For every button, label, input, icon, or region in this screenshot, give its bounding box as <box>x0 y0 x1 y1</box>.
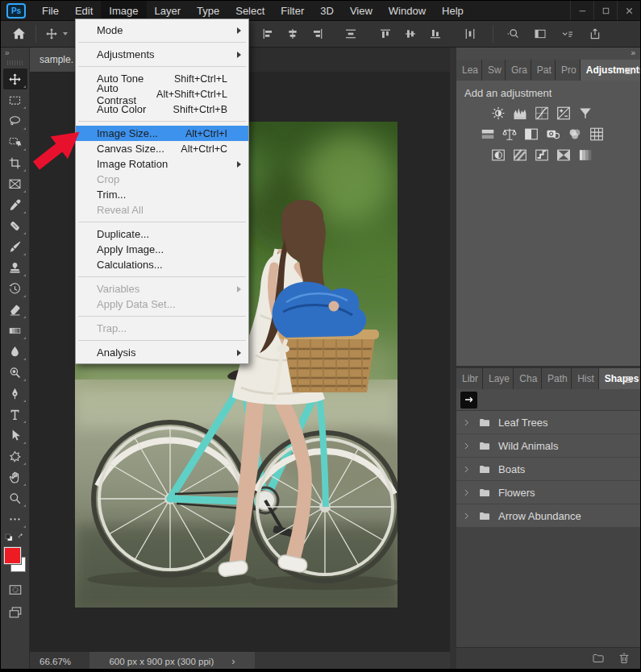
tool-button[interactable] <box>3 194 27 215</box>
shape-group-row[interactable]: Leaf Trees <box>456 411 641 434</box>
distribute-button[interactable] <box>461 25 479 43</box>
align-button[interactable] <box>284 25 302 43</box>
menu-item[interactable]: Image Rotation <box>76 156 248 172</box>
menu-item[interactable]: Apply Image... <box>76 242 248 257</box>
hue-saturation-icon[interactable] <box>480 127 496 142</box>
chevron-right-icon[interactable] <box>462 418 471 427</box>
menu-item[interactable]: Image Size... Alt+Ctrl+I <box>76 126 248 141</box>
gradient-map-icon[interactable] <box>556 147 572 163</box>
chevron-right-icon[interactable] <box>462 442 471 450</box>
home-button[interactable] <box>8 24 29 44</box>
shape-group-row[interactable]: Flowers <box>456 481 641 504</box>
options-button[interactable] <box>586 25 604 43</box>
tool-button[interactable] <box>3 383 27 404</box>
photo-filter-icon[interactable] <box>545 127 561 142</box>
active-tool-indicator[interactable] <box>43 25 60 43</box>
options-button[interactable] <box>531 25 549 43</box>
menu-item[interactable]: 3D <box>312 1 342 20</box>
tool-button[interactable] <box>3 278 27 299</box>
toolbar-grip[interactable] <box>7 60 23 65</box>
options-button[interactable] <box>559 25 576 43</box>
menu-item[interactable]: Layer <box>147 1 189 20</box>
menu-item[interactable]: Window <box>381 1 434 20</box>
tool-button[interactable] <box>3 131 27 152</box>
posterize-icon[interactable] <box>512 147 528 163</box>
align-button[interactable] <box>427 25 444 43</box>
menu-item[interactable]: Type <box>189 1 227 20</box>
brightness-contrast-icon[interactable] <box>490 106 506 121</box>
panel-collapse-button[interactable] <box>456 48 641 60</box>
levels-icon[interactable] <box>512 106 528 121</box>
align-button[interactable] <box>259 25 277 43</box>
tool-button[interactable] <box>3 257 27 278</box>
shape-preview-chip[interactable] <box>460 392 477 409</box>
tool-button[interactable] <box>3 508 27 529</box>
menu-item[interactable]: Trap... <box>76 321 248 336</box>
menu-item[interactable]: Auto Color Shift+Ctrl+B <box>76 102 248 117</box>
tool-button[interactable] <box>3 152 27 173</box>
invert-icon[interactable] <box>490 147 506 163</box>
menu-item[interactable]: Trim... <box>76 187 248 202</box>
panel-tab[interactable]: Path <box>542 368 572 389</box>
menu-item[interactable]: View <box>342 1 381 20</box>
new-group-folder-icon[interactable] <box>592 652 605 665</box>
menu-item[interactable]: Edit <box>67 1 101 20</box>
menu-item[interactable]: Variables <box>76 281 248 297</box>
chevron-right-icon[interactable] <box>462 512 471 521</box>
menu-item[interactable]: File <box>34 1 67 20</box>
distribute-button[interactable] <box>342 25 360 43</box>
shape-group-row[interactable]: Wild Animals <box>456 434 641 458</box>
panel-tab[interactable]: Lea <box>456 60 482 81</box>
chevron-right-icon[interactable] <box>462 465 471 474</box>
shape-group-row[interactable]: Arrow Abundance <box>456 504 641 528</box>
tool-button[interactable] <box>3 341 27 362</box>
color-balance-icon[interactable] <box>502 127 518 142</box>
window-button[interactable] <box>570 1 593 20</box>
hamburger-icon[interactable] <box>622 65 635 76</box>
tool-button[interactable] <box>3 173 27 194</box>
menu-item[interactable]: Crop <box>76 172 248 187</box>
shape-group-row[interactable]: Boats <box>456 458 641 481</box>
menu-item[interactable]: Analysis <box>76 345 248 360</box>
panel-tab[interactable]: Pro <box>556 60 581 81</box>
panel-tab[interactable]: Hist <box>572 368 599 389</box>
tool-button[interactable] <box>3 299 27 320</box>
exposure-icon[interactable] <box>556 106 572 121</box>
align-button[interactable] <box>377 25 394 43</box>
menu-item[interactable]: Image <box>101 1 146 20</box>
panel-tab[interactable]: Cha <box>514 368 542 389</box>
toolbar-expand-button[interactable] <box>1 48 29 59</box>
color-lookup-icon[interactable] <box>589 127 605 142</box>
panel-tab[interactable]: Gra <box>506 60 531 81</box>
tool-button[interactable] <box>3 487 27 508</box>
menu-item[interactable]: Filter <box>273 1 312 20</box>
swap-colors-icon[interactable] <box>17 533 27 542</box>
menu-item[interactable]: Reveal All <box>76 202 248 218</box>
tool-button[interactable] <box>3 215 27 236</box>
channel-mixer-icon[interactable] <box>567 127 583 142</box>
screen-mode-icon[interactable] <box>8 605 23 620</box>
panel-tab[interactable]: Laye <box>483 368 514 389</box>
tool-button[interactable] <box>3 404 27 425</box>
tool-button[interactable] <box>3 446 27 467</box>
menu-item[interactable]: Help <box>434 1 472 20</box>
menu-item[interactable]: Mode <box>76 23 248 38</box>
tool-button[interactable] <box>3 110 27 131</box>
tool-button[interactable] <box>3 68 27 89</box>
align-button[interactable] <box>309 25 327 43</box>
menu-item[interactable]: Calculations... <box>76 257 248 272</box>
menu-item[interactable]: Select <box>227 1 273 20</box>
curves-icon[interactable] <box>534 106 550 121</box>
window-button[interactable] <box>593 1 617 20</box>
panel-tab[interactable]: Libr <box>456 368 483 389</box>
chevron-right-icon[interactable] <box>462 488 471 497</box>
hamburger-icon[interactable] <box>622 374 635 384</box>
default-colors-icon[interactable] <box>4 533 14 542</box>
foreground-color-swatch[interactable] <box>4 547 21 564</box>
tool-button[interactable] <box>3 236 27 257</box>
menu-item[interactable]: Adjustments <box>76 47 248 62</box>
tool-button[interactable] <box>3 89 27 110</box>
tool-button[interactable] <box>3 425 27 446</box>
menu-item[interactable]: Canvas Size... Alt+Ctrl+C <box>76 141 248 156</box>
menu-item[interactable]: Duplicate... <box>76 226 248 242</box>
